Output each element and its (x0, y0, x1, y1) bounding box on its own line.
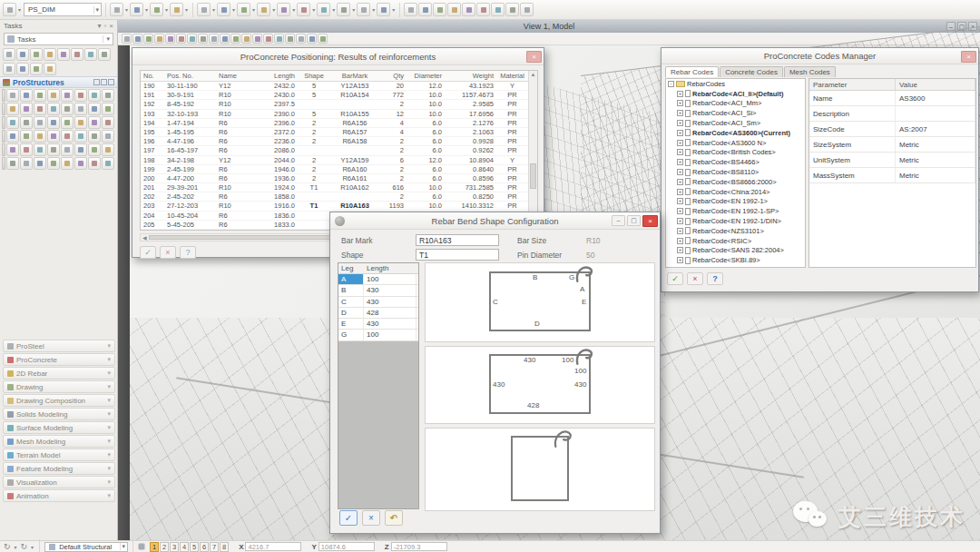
tool-icon[interactable] (209, 34, 219, 44)
tree-item[interactable]: +RebarCode<ACI_Sm> (666, 118, 805, 128)
scroll-up-icon[interactable]: ▲ (529, 71, 537, 79)
codes-dialog-titlebar[interactable]: ProConcrete Codes Manager × (662, 48, 978, 64)
tool-icon[interactable] (71, 48, 83, 61)
chevron-down-icon[interactable]: ▾ (107, 451, 111, 458)
scroll-left-icon[interactable]: ◀ (141, 234, 149, 241)
expand-icon[interactable]: + (677, 208, 683, 214)
cancel-button[interactable]: × (687, 272, 703, 285)
chevron-down-icon[interactable]: ▾ (391, 6, 396, 13)
parameter-row[interactable]: UnitSystemMetric (809, 153, 975, 168)
task-section-drawing-composition[interactable]: Drawing Composition▾ (3, 394, 115, 407)
tool-icon[interactable] (74, 143, 87, 156)
tool-icon[interactable] (297, 3, 310, 16)
tool-icon[interactable] (357, 3, 370, 16)
table-row[interactable]: 19716-45-197R62086.026.00.9262PR (141, 146, 537, 155)
tool-icon[interactable] (98, 48, 111, 61)
chevron-down-icon[interactable]: ▾ (103, 35, 110, 43)
task-section-feature-modeling[interactable]: Feature Modeling▾ (3, 462, 115, 475)
tree-item[interactable]: +RebarCode<AS3600 N> (666, 138, 805, 148)
tool-icon[interactable] (102, 143, 114, 156)
task-section-visualization[interactable]: Visualization▾ (3, 476, 115, 488)
undo-icon[interactable]: ↻ (4, 542, 11, 551)
tool-icon[interactable] (88, 143, 101, 156)
tool-icon[interactable] (88, 130, 101, 143)
view-toggle-7[interactable]: 7 (210, 542, 219, 552)
tool-icon[interactable] (257, 3, 270, 16)
tree-item[interactable]: +RebarCode<BS8110> (666, 167, 805, 177)
table-row[interactable]: 20327-12-203R101916.0T1R10A163119310.014… (141, 202, 537, 211)
tree-root[interactable]: -RebarCodes (666, 79, 805, 89)
tool-icon[interactable] (237, 3, 250, 16)
tool-icon[interactable] (47, 89, 60, 102)
chevron-down-icon[interactable]: ▾ (311, 6, 316, 13)
tool-icon[interactable] (143, 34, 153, 44)
parameter-row[interactable]: SizeSystemMetric (809, 137, 975, 153)
collapse-icon[interactable]: - (668, 81, 674, 87)
maximize-icon[interactable]: ▢ (627, 215, 641, 226)
expand-icon[interactable]: + (677, 267, 683, 268)
tool-icon[interactable] (44, 48, 56, 61)
layout-toggle-icons[interactable] (93, 79, 114, 85)
table-row[interactable]: 20129-39-201R101924.0T1R10A16261610.0731… (141, 183, 537, 192)
tool-icon[interactable] (84, 48, 97, 61)
ok-button[interactable]: ✓ (140, 246, 156, 259)
help-button[interactable]: ? (707, 272, 723, 285)
tool-icon[interactable] (307, 34, 317, 44)
drag-handle[interactable] (2, 157, 5, 170)
tool-icon[interactable] (110, 3, 123, 16)
column-header[interactable]: Qty (379, 71, 407, 81)
chevron-down-icon[interactable]: ▾ (144, 6, 149, 13)
expand-icon[interactable]: + (677, 218, 683, 224)
tool-icon[interactable] (16, 48, 29, 61)
chevron-down-icon[interactable]: ▾ (107, 397, 111, 404)
chevron-down-icon[interactable]: ▾ (231, 6, 236, 13)
expand-icon[interactable]: + (677, 169, 683, 175)
workflow-combo[interactable]: PS_DIM ▾ (24, 3, 102, 16)
tool-icon[interactable] (6, 157, 19, 170)
expand-icon[interactable]: + (677, 189, 683, 195)
close-icon[interactable]: × (526, 51, 542, 63)
undo-button[interactable]: ↶ (385, 510, 403, 526)
tool-icon[interactable] (404, 3, 417, 16)
z-coordinate-field[interactable] (391, 542, 447, 551)
tool-icon[interactable] (34, 116, 46, 129)
drag-handle[interactable] (2, 89, 5, 102)
task-section-2d-rebar[interactable]: 2D Rebar▾ (3, 367, 115, 380)
tool-icon[interactable] (122, 34, 132, 44)
tool-icon[interactable] (520, 3, 534, 16)
tool-icon[interactable] (102, 103, 114, 115)
leg-row[interactable]: E430 (338, 319, 418, 330)
tree-item[interactable]: +RebarCode<NZS3101> (666, 226, 805, 236)
chevron-down-icon[interactable]: ▾ (211, 6, 216, 13)
drag-handle[interactable] (2, 130, 5, 143)
chevron-down-icon[interactable]: ▾ (93, 6, 100, 14)
tool-icon[interactable] (6, 89, 19, 102)
leg-row[interactable]: G100 (338, 330, 418, 340)
view-toggle-5[interactable]: 5 (190, 542, 199, 552)
column-header[interactable]: Parameter (809, 79, 896, 90)
task-section-proconcrete[interactable]: ProConcrete▾ (3, 353, 115, 366)
drag-handle[interactable] (2, 103, 5, 115)
task-section-solids-modeling[interactable]: Solids Modeling▾ (3, 408, 115, 420)
leg-row[interactable]: A100 (338, 274, 418, 285)
table-row[interactable]: 1928-45-192R102397.5210.02.9585PR (141, 100, 537, 109)
tool-icon[interactable] (16, 63, 29, 75)
table-row[interactable]: 19834-2-198Y122044.02Y12A159612.010.8904… (141, 156, 537, 165)
chevron-down-icon[interactable]: ▾ (124, 6, 129, 13)
expand-icon[interactable]: + (677, 100, 683, 106)
tool-icon[interactable] (132, 34, 142, 44)
column-header[interactable]: Diameter (407, 71, 445, 81)
tree-item[interactable]: +RebarCode<BS4466> (666, 157, 805, 167)
ok-button[interactable]: ✓ (667, 272, 683, 285)
tool-icon[interactable] (20, 89, 33, 102)
drag-handle[interactable] (2, 116, 5, 129)
tool-icon[interactable] (47, 116, 60, 129)
tool-icon[interactable] (61, 157, 74, 170)
tree-item[interactable]: +RebarCode<EN 1992-1> (666, 197, 805, 207)
tool-icon[interactable] (88, 89, 101, 102)
tool-icon[interactable] (317, 3, 330, 16)
parameter-row[interactable]: SizeCodeAS:2007 (809, 122, 975, 137)
view-toggle-4[interactable]: 4 (180, 542, 189, 552)
tool-icon[interactable] (34, 103, 46, 115)
expand-icon[interactable]: + (677, 110, 683, 116)
